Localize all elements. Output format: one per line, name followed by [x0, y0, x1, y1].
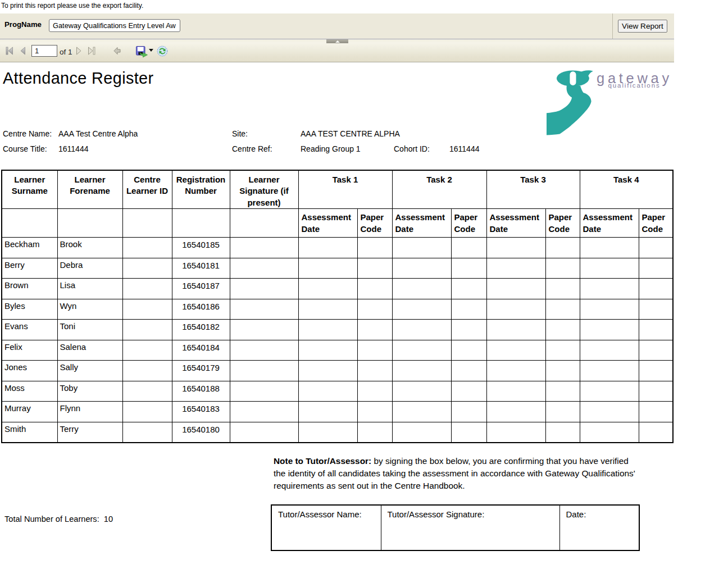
- svg-text:qualifications: qualifications: [608, 82, 661, 89]
